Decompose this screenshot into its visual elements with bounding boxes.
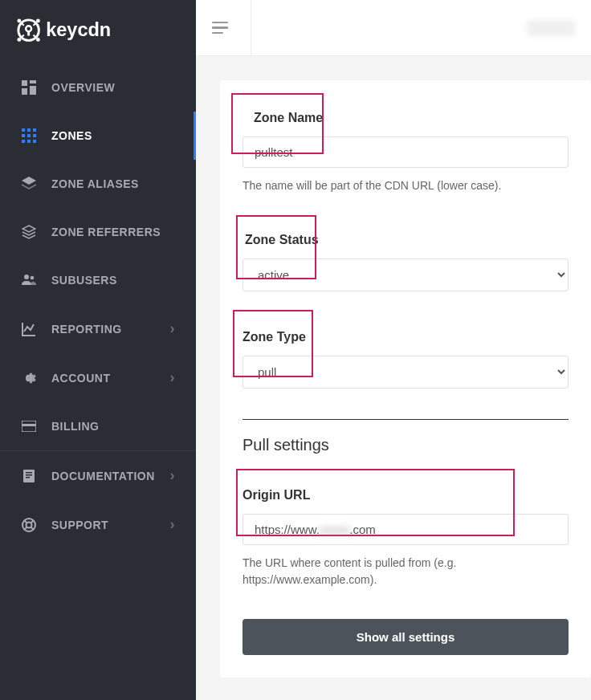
nav-label: OVERVIEW (51, 81, 115, 94)
zone-name-input[interactable] (243, 136, 569, 168)
zone-name-help: The name will be part of the CDN URL (lo… (243, 177, 591, 194)
topbar-divider (251, 0, 251, 56)
svg-text:keycdn: keycdn (46, 19, 111, 40)
zone-type-field: Zone Type pull (243, 322, 591, 389)
zone-status-field: Zone Status active (243, 225, 591, 291)
svg-line-10 (34, 35, 37, 39)
nav-label: ZONE REFERRERS (51, 226, 161, 238)
zone-status-select[interactable]: active (243, 258, 569, 291)
topbar-user[interactable] (527, 20, 575, 36)
svg-rect-29 (23, 470, 35, 482)
grid-icon (21, 128, 37, 144)
nav-label: REPORTING (51, 323, 122, 336)
sidebar-item-zone-referrers[interactable]: ZONE REFERRERS (0, 208, 196, 256)
svg-line-36 (31, 520, 35, 523)
layers-outline-icon (21, 224, 37, 240)
layers-icon (21, 176, 37, 192)
section-divider (243, 419, 569, 420)
people-icon (21, 272, 37, 288)
nav-label: SUBUSERS (51, 274, 117, 287)
zone-type-label: Zone Type (243, 322, 591, 351)
svg-rect-15 (30, 86, 36, 95)
chevron-right-icon: › (170, 467, 176, 484)
svg-rect-21 (33, 134, 36, 137)
pull-settings-title: Pull settings (243, 436, 591, 454)
svg-point-25 (24, 275, 29, 279)
svg-rect-17 (27, 128, 31, 132)
svg-line-9 (21, 35, 24, 39)
svg-line-37 (24, 527, 27, 530)
svg-point-3 (17, 18, 21, 22)
sidebar-item-overview[interactable]: OVERVIEW (0, 63, 196, 112)
svg-point-6 (36, 38, 40, 42)
chart-icon (21, 321, 37, 337)
origin-url-label: Origin URL (243, 480, 591, 509)
svg-rect-18 (33, 128, 36, 132)
nav-label: ZONE ALIASES (51, 177, 139, 190)
sidebar-item-subusers[interactable]: SUBUSERS (0, 256, 196, 304)
zone-status-label: Zone Status (243, 225, 591, 254)
svg-rect-12 (22, 80, 27, 86)
nav-label: ZONES (51, 129, 92, 142)
nav-list-secondary: DOCUMENTATION › SUPPORT › (0, 451, 196, 549)
svg-rect-20 (27, 134, 31, 137)
svg-rect-24 (33, 140, 36, 143)
sidebar: keycdn OVERVIEW ZONES ZONE ALIASES (0, 0, 196, 700)
svg-rect-2 (27, 31, 30, 36)
svg-point-26 (31, 276, 35, 280)
svg-line-38 (31, 527, 35, 530)
svg-line-7 (21, 22, 24, 26)
dashboard-icon (21, 79, 37, 96)
svg-point-1 (26, 26, 31, 31)
zone-type-select[interactable]: pull (243, 356, 569, 389)
card-icon (21, 418, 37, 434)
gear-icon (21, 370, 37, 386)
nav-label: SUPPORT (51, 519, 108, 531)
svg-rect-30 (26, 472, 32, 474)
chevron-right-icon: › (170, 516, 176, 533)
origin-url-help: The URL where content is pulled from (e.… (243, 555, 591, 588)
nav-label: DOCUMENTATION (51, 470, 155, 482)
topbar (196, 0, 591, 56)
origin-url-input[interactable]: https://www.xxxxx.com (243, 514, 569, 545)
lifebuoy-icon (21, 517, 37, 533)
redacted-text: xxxxx (320, 523, 350, 536)
sidebar-item-zones[interactable]: ZONES (0, 112, 196, 160)
sidebar-item-documentation[interactable]: DOCUMENTATION › (0, 451, 196, 500)
zone-name-field: Zone Name The name will be part of the C… (243, 103, 591, 194)
svg-line-8 (34, 22, 37, 26)
svg-rect-13 (30, 80, 36, 83)
svg-rect-32 (26, 477, 30, 478)
nav-list: OVERVIEW ZONES ZONE ALIASES ZONE REFERRE… (0, 63, 196, 450)
show-all-settings-button[interactable]: Show all settings (243, 619, 569, 655)
sidebar-item-reporting[interactable]: REPORTING › (0, 304, 196, 353)
svg-rect-23 (27, 140, 31, 143)
svg-point-34 (26, 522, 32, 527)
chevron-right-icon: › (170, 369, 176, 386)
chevron-right-icon: › (170, 320, 176, 337)
origin-url-field: Origin URL https://www.xxxxx.com The URL… (243, 480, 591, 588)
nav-label: ACCOUNT (51, 372, 111, 385)
svg-point-4 (36, 18, 40, 22)
svg-point-5 (17, 38, 21, 42)
hamburger-icon[interactable] (212, 22, 228, 35)
sidebar-item-account[interactable]: ACCOUNT › (0, 353, 196, 402)
zone-name-label: Zone Name (243, 103, 591, 132)
svg-rect-31 (26, 474, 32, 476)
svg-rect-22 (22, 140, 25, 143)
sidebar-item-zone-aliases[interactable]: ZONE ALIASES (0, 160, 196, 208)
svg-rect-14 (22, 88, 27, 95)
doc-icon (21, 468, 37, 484)
main-content: Zone Name The name will be part of the C… (196, 56, 591, 700)
brand-logo[interactable]: keycdn (0, 0, 196, 63)
svg-line-35 (24, 520, 27, 523)
svg-rect-19 (22, 134, 25, 137)
sidebar-item-support[interactable]: SUPPORT › (0, 500, 196, 549)
zone-form-card: Zone Name The name will be part of the C… (220, 80, 591, 678)
svg-rect-16 (22, 128, 25, 132)
svg-rect-28 (22, 424, 36, 426)
sidebar-item-billing[interactable]: BILLING (0, 402, 196, 450)
nav-label: BILLING (51, 420, 100, 433)
